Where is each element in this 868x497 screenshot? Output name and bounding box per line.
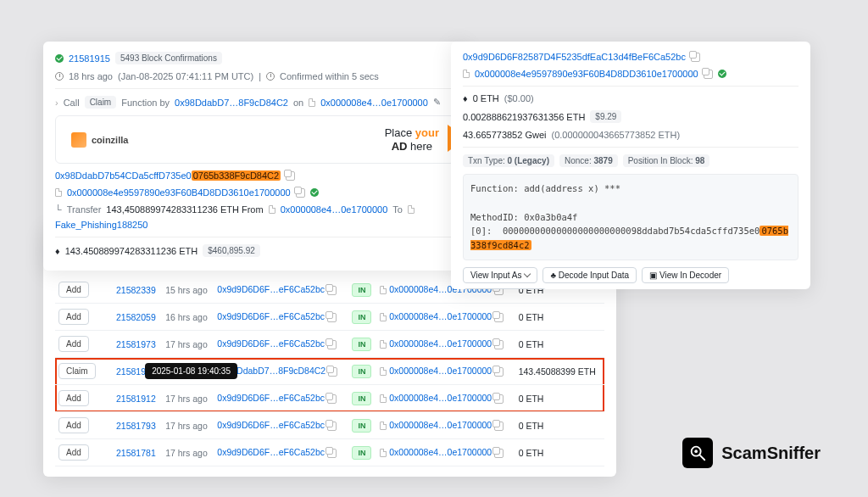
position-pill: Position In Block: 98 — [623, 154, 710, 167]
ad-brand: coinzilla — [92, 135, 128, 145]
table-row[interactable]: Add 21581973 17 hrs ago 0x9d9D6D6F…eF6Ca… — [55, 331, 604, 358]
view-decoder-button[interactable]: ▣ View In Decoder — [642, 267, 729, 283]
edit-icon[interactable]: ✎ — [433, 97, 441, 108]
transfer-from-link[interactable]: 0x000008e4…0e1700000 — [281, 204, 388, 215]
value-eth: 0 ETH — [473, 93, 499, 103]
copy-icon[interactable] — [704, 70, 713, 79]
to-link[interactable]: 0x000008e4…0e1700000 — [389, 393, 492, 403]
func-from-link[interactable]: 0x98DdabD7…8F9cD84C2 — [175, 98, 288, 108]
confirmations-badge: 5493 Block Confirmations — [115, 52, 222, 64]
contract-icon — [55, 188, 62, 197]
contract-icon — [408, 205, 415, 214]
copy-icon[interactable] — [327, 286, 337, 295]
table-row[interactable]: Claim 21581915 17 hrs ago 0x98DdabD7…8F9… — [55, 358, 604, 385]
advanced-filter-button[interactable]: ⚙ Advanced Filter — [463, 288, 547, 289]
from-link[interactable]: 0x9d9D6D6F…eF6Ca52bc — [217, 311, 325, 321]
tx-confirm-time: Confirmed within 5 secs — [280, 71, 379, 81]
copy-icon[interactable] — [286, 171, 295, 181]
copy-icon[interactable] — [327, 394, 337, 404]
transfer-to-label: To — [392, 204, 403, 215]
to-link[interactable]: 0x000008e4…0e1700000 — [389, 420, 492, 430]
tx-value: 143.450889974283311236 ETH — [65, 246, 198, 256]
value-usd: ($0.00) — [504, 93, 534, 103]
contract-icon — [380, 394, 387, 403]
copy-icon[interactable] — [327, 422, 337, 431]
direction-badge: IN — [352, 338, 371, 351]
block-link[interactable]: 21581793 — [116, 421, 156, 431]
contract-link[interactable]: 0x000008e4e9597890e93F60B4D8DD3610e17000… — [475, 69, 698, 79]
svg-point-1 — [695, 450, 698, 453]
full-address-link[interactable]: 0x98DdabD7b54CDa5cffD735e00765b338F9cD84… — [55, 170, 281, 181]
copy-icon[interactable] — [494, 449, 504, 458]
func-to-link[interactable]: 0x000008e4…0e1700000 — [320, 98, 428, 108]
copy-icon[interactable] — [494, 394, 504, 404]
copy-icon[interactable] — [494, 313, 504, 322]
recipient-link[interactable]: 0x9d9D6D6F82587D4F5235dfEaC13d4fBeF6Ca52… — [463, 52, 686, 62]
direction-badge: IN — [352, 310, 371, 324]
tx-value: 0 ETH — [515, 304, 604, 331]
contract-icon — [309, 98, 315, 107]
contract-link[interactable]: 0x000008e4e9597890e93F60B4D8DD3610e17000… — [67, 187, 291, 198]
tx-age: 18 hrs ago — [69, 71, 113, 81]
method-chip: Add — [58, 417, 89, 433]
method-chip: Add — [58, 390, 89, 406]
tx-value: 0 ETH — [515, 331, 604, 358]
ad-text: Place your AD here — [385, 126, 439, 153]
to-link[interactable]: 0x000008e4…0e1700000 — [389, 311, 492, 321]
block-link[interactable]: 21582339 — [116, 285, 156, 295]
from-link[interactable]: 0x9d9D6D6F…eF6Ca52bc — [217, 284, 325, 294]
block-link[interactable]: 21581973 — [116, 339, 156, 349]
copy-icon[interactable] — [328, 367, 337, 377]
table-row[interactable]: Add 21582059 16 hrs ago 0x9d9D6D6F…eF6Ca… — [55, 304, 604, 331]
ad-banner[interactable]: coinzilla Place your AD here — [55, 115, 455, 164]
decode-input-button[interactable]: ♣ Decode Input Data — [542, 267, 637, 283]
to-link[interactable]: 0x000008e4…0e1700000 — [389, 338, 492, 349]
table-row[interactable]: Add 21581781 17 hrs ago 0x9d9D6D6F…eF6Ca… — [55, 439, 604, 466]
from-link[interactable]: 0x9d9D6D6F…eF6Ca52bc — [217, 447, 325, 457]
tx-age: 17 hrs ago — [162, 331, 214, 358]
copy-icon[interactable] — [327, 340, 337, 349]
tx-age-full: (Jan-08-2025 07:41:11 PM UTC) — [118, 71, 253, 81]
direction-badge: IN — [352, 365, 371, 378]
to-link[interactable]: 0x000008e4…0e1700000 — [389, 447, 492, 457]
input-data-box: Function: add(address x) *** MethodID: 0… — [463, 174, 798, 260]
copy-icon[interactable] — [327, 449, 337, 458]
contract-icon — [269, 205, 275, 214]
copy-icon[interactable] — [494, 340, 504, 349]
to-link[interactable]: 0x000008e4…0e1700000 — [389, 366, 492, 376]
tx-value-usd: $460,895.92 — [203, 244, 260, 257]
clock-icon — [266, 72, 275, 81]
success-icon — [55, 54, 64, 63]
copy-icon[interactable] — [494, 422, 504, 431]
block-link[interactable]: 21581912 — [116, 394, 156, 404]
scamsniffer-logo-icon — [682, 438, 713, 468]
copy-icon[interactable] — [296, 188, 305, 198]
transfer-to-link[interactable]: Fake_Phishing188250 — [55, 220, 147, 230]
view-input-button[interactable]: View Input As — [463, 267, 537, 283]
direction-badge: IN — [352, 419, 371, 433]
transfer-amount: 143,450889974283311236 ETH From — [106, 204, 263, 215]
func-by-label: Function by — [121, 98, 170, 108]
copy-icon[interactable] — [327, 313, 337, 322]
from-link[interactable]: 0x9d9D6D6F…eF6Ca52bc — [217, 393, 325, 403]
brand-name: ScamSniffer — [721, 444, 821, 463]
copy-icon[interactable] — [494, 367, 504, 377]
block-link[interactable]: 21581781 — [116, 448, 156, 458]
transfer-label: Transfer — [67, 204, 102, 215]
tx-age: 17 hrs ago — [162, 412, 214, 439]
nonce-pill: Nonce: 3879 — [559, 154, 618, 167]
from-link[interactable]: 0x9d9D6D6F…eF6Ca52bc — [217, 420, 325, 430]
from-link[interactable]: 0x9d9D6D6F…eF6Ca52bc — [217, 338, 325, 349]
tx-value: 0 ETH — [515, 412, 604, 439]
gas-eth: (0.000000043665773852 ETH) — [551, 130, 680, 140]
table-row[interactable]: Add 21581912 17 hrs ago2025-01-08 19:40:… — [55, 385, 604, 412]
block-link[interactable]: 21581915 — [69, 53, 110, 64]
tx-age: 15 hrs ago — [162, 276, 214, 304]
copy-icon[interactable] — [691, 53, 700, 62]
block-link[interactable]: 21582059 — [116, 312, 156, 322]
contract-icon — [380, 286, 387, 294]
contract-icon — [463, 70, 470, 78]
tx-age: 16 hrs ago — [162, 304, 214, 331]
tx-detail-panel: 21581915 5493 Block Confirmations 18 hrs… — [43, 42, 467, 271]
table-row[interactable]: Add 21581793 17 hrs ago 0x9d9D6D6F…eF6Ca… — [55, 412, 604, 439]
